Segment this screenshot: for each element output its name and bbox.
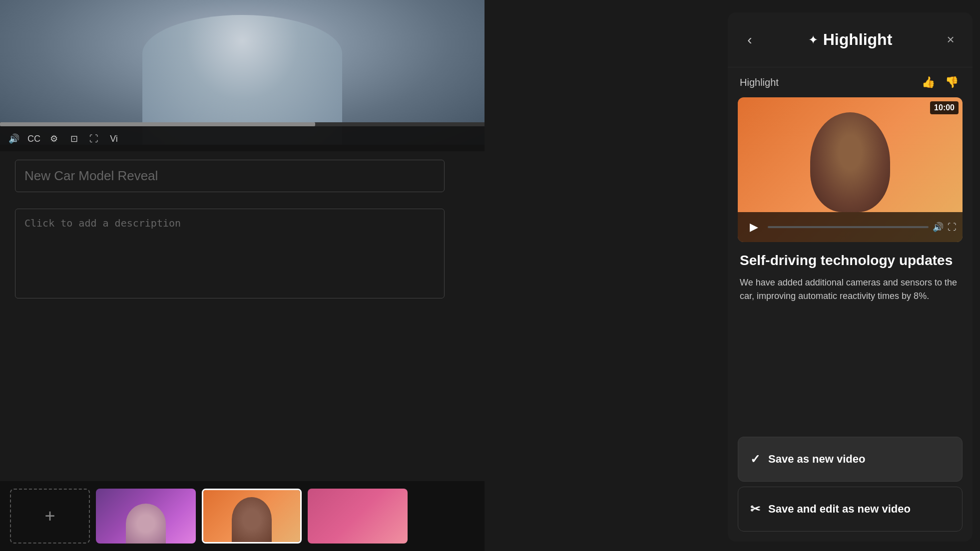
panel-video-preview[interactable]: 10:00 ▶ 🔊 ⛶ bbox=[738, 97, 963, 242]
panel-progress-bar[interactable] bbox=[768, 226, 929, 228]
panel-volume-button[interactable]: 🔊 bbox=[933, 222, 944, 233]
fullscreen-button[interactable]: ⛶ bbox=[86, 131, 102, 147]
pip-button[interactable]: ⊡ bbox=[66, 131, 82, 147]
thumbnail-item-man[interactable] bbox=[202, 489, 302, 544]
thumbdown-button[interactable]: 👎 bbox=[943, 74, 961, 91]
save-new-icon: ✓ bbox=[750, 452, 760, 466]
highlight-panel: ‹ ✦ Highlight × Highlight 👍 👎 10:00 bbox=[728, 12, 973, 542]
save-new-label: Save as new video bbox=[768, 453, 865, 466]
vimeo-button[interactable]: Vi bbox=[106, 131, 122, 147]
panel-play-button[interactable]: ▶ bbox=[744, 217, 764, 237]
panel-header: ‹ ✦ Highlight × bbox=[728, 12, 973, 67]
panel-video-description: We have added additional cameras and sen… bbox=[740, 276, 961, 303]
panel-expand-button[interactable]: ⛶ bbox=[948, 222, 957, 233]
description-section bbox=[15, 209, 445, 300]
save-and-edit-button[interactable]: ✂ Save and edit as new video bbox=[738, 487, 963, 532]
video-controls-bar: 🔊 CC ⚙ ⊡ ⛶ Vi bbox=[0, 126, 485, 151]
panel-title-group: ✦ Highlight bbox=[808, 30, 893, 49]
volume-button[interactable]: 🔊 bbox=[6, 131, 22, 147]
panel-subheader: Highlight 👍 👎 bbox=[728, 67, 973, 97]
thumbnail-item-car[interactable] bbox=[308, 489, 408, 544]
panel-content: Self-driving technology updates We have … bbox=[728, 242, 973, 429]
panel-video-face bbox=[810, 112, 890, 212]
panel-feedback-buttons: 👍 👎 bbox=[920, 74, 961, 91]
sparkle-icon: ✦ bbox=[808, 33, 818, 47]
title-section: New Car Model Reveal bbox=[15, 160, 445, 192]
thumbnail-man-image bbox=[203, 490, 300, 542]
video-progress-bar[interactable] bbox=[0, 122, 485, 126]
thumbnail-woman-image bbox=[96, 489, 196, 544]
panel-video-timestamp: 10:00 bbox=[930, 101, 959, 114]
video-progress-fill bbox=[0, 122, 315, 126]
save-edit-icon: ✂ bbox=[750, 502, 760, 516]
thumbnail-car-image bbox=[308, 489, 408, 544]
panel-actions: ✓ Save as new video ✂ Save and edit as n… bbox=[728, 429, 973, 542]
title-input[interactable]: New Car Model Reveal bbox=[15, 160, 445, 192]
panel-close-button[interactable]: × bbox=[941, 30, 961, 50]
panel-back-button[interactable]: ‹ bbox=[740, 30, 760, 50]
add-thumbnail-button[interactable]: + bbox=[10, 489, 90, 544]
panel-title-text: Highlight bbox=[823, 30, 893, 49]
save-edit-label: Save and edit as new video bbox=[768, 503, 911, 516]
panel-video-title: Self-driving technology updates bbox=[740, 252, 961, 269]
settings-button[interactable]: ⚙ bbox=[46, 131, 62, 147]
panel-subtitle: Highlight bbox=[740, 77, 779, 88]
cc-button[interactable]: CC bbox=[26, 131, 42, 147]
thumbnail-item-woman[interactable] bbox=[96, 489, 196, 544]
save-as-new-video-button[interactable]: ✓ Save as new video bbox=[738, 437, 963, 482]
thumbnail-strip: + bbox=[0, 481, 485, 551]
panel-video-controls: ▶ 🔊 ⛶ bbox=[738, 212, 963, 242]
description-textarea[interactable] bbox=[15, 209, 445, 298]
thumbup-button[interactable]: 👍 bbox=[920, 74, 937, 91]
